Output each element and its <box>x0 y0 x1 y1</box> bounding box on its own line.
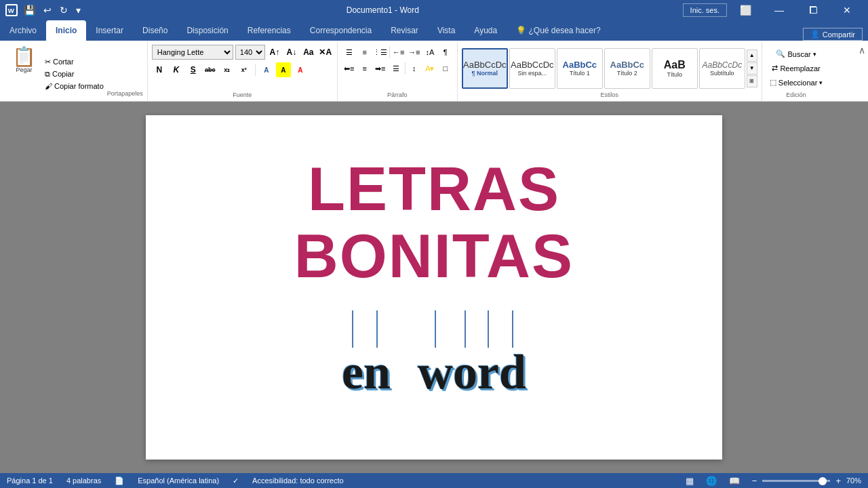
tab-search[interactable]: 💡 ¿Qué desea hacer? <box>507 20 610 41</box>
page-info: Página 1 de 1 <box>7 476 53 485</box>
align-left-button[interactable]: ⬅≡ <box>342 61 357 76</box>
read-mode-button[interactable]: 📖 <box>726 475 743 487</box>
borders-button[interactable]: □ <box>438 61 453 76</box>
save-button[interactable]: 💾 <box>22 3 37 17</box>
italic-button[interactable]: K <box>169 62 184 77</box>
group-portapapeles: 📋 Pegar ✂ Cortar ⧉ Copiar 🖌 Copiar forma… <box>3 42 148 101</box>
style-normal[interactable]: AaBbCcDc ¶ Normal <box>462 48 508 89</box>
clear-format-button[interactable]: ✕A <box>318 45 333 60</box>
multilevel-list-button[interactable]: ⋮☰ <box>373 45 388 60</box>
maximize-button[interactable]: ⧠ <box>797 0 829 20</box>
underline-button[interactable]: S <box>186 62 201 77</box>
style-expand-button[interactable]: ⊞ <box>747 75 757 87</box>
ribbon-display-button[interactable]: ⬜ <box>730 0 761 20</box>
decrease-indent-button[interactable]: ←≡ <box>391 45 406 60</box>
zoom-in-button[interactable]: + <box>833 475 844 487</box>
minimize-button[interactable]: — <box>764 0 795 20</box>
style-title-preview: AaB <box>664 59 686 71</box>
tab-inicio[interactable]: Inicio <box>46 20 86 41</box>
numbering-button[interactable]: ≡ <box>357 45 372 60</box>
justify-button[interactable]: ☰ <box>389 61 403 76</box>
font-color-button[interactable]: A <box>293 62 308 77</box>
hanging-letter-e: e <box>342 310 363 396</box>
copy-button[interactable]: ⧉ Copiar <box>41 68 107 80</box>
text-highlight-button[interactable]: A <box>276 62 291 77</box>
accessibility-status: Accesibilidad: todo correcto <box>252 476 344 485</box>
collapse-ribbon-button-container: ∧ <box>859 42 865 101</box>
tab-vista[interactable]: Vista <box>428 20 465 41</box>
bullets-button[interactable]: ☰ <box>342 45 357 60</box>
replace-icon: ⇄ <box>772 64 778 73</box>
string-n <box>376 310 378 348</box>
show-formatting-button[interactable]: ¶ <box>438 45 453 60</box>
close-button[interactable]: ✕ <box>831 0 863 20</box>
superscript-button[interactable]: x² <box>237 62 252 77</box>
share-button[interactable]: 👤 Buscar Compartir <box>803 28 863 41</box>
string-w <box>435 310 436 348</box>
document-title: LETRAS BONITAS <box>200 156 668 290</box>
zoom-level: 70% <box>846 476 861 485</box>
font-shrink-button[interactable]: A↓ <box>284 45 299 60</box>
shading-button[interactable]: A▾ <box>422 61 437 76</box>
style-scroll-up-button[interactable]: ▲ <box>747 49 757 62</box>
zoom-control: − + 70% <box>749 475 861 487</box>
redo-button[interactable]: ↻ <box>58 3 70 17</box>
copy-icon: ⧉ <box>45 70 50 79</box>
search-icon: 🔍 <box>776 49 785 58</box>
web-layout-button[interactable]: 🌐 <box>703 475 719 487</box>
string-o <box>465 310 466 348</box>
tab-revisar[interactable]: Revisar <box>381 20 428 41</box>
tab-disposicion[interactable]: Disposición <box>177 20 237 41</box>
style-no-spacing[interactable]: AaBbCcDc Sin espa... <box>509 48 555 89</box>
font-grow-button[interactable]: A↑ <box>267 45 282 60</box>
word-count: 4 palabras <box>66 476 101 485</box>
search-button[interactable]: 🔍 Buscar ▾ <box>772 48 819 60</box>
style-scroll-down-button[interactable]: ▼ <box>747 62 757 75</box>
zoom-out-button[interactable]: − <box>749 475 760 487</box>
increase-indent-button[interactable]: →≡ <box>407 45 422 60</box>
tab-ayuda[interactable]: Ayuda <box>465 20 507 41</box>
strikethrough-button[interactable]: abc <box>203 62 218 77</box>
zoom-slider[interactable] <box>762 480 830 482</box>
signin-button[interactable]: Inic. ses. <box>683 3 727 17</box>
undo-button[interactable]: ↩ <box>41 3 54 17</box>
style-heading1[interactable]: AaBbCc Título 1 <box>557 48 603 89</box>
tab-correspondencia[interactable]: Correspondencia <box>300 20 381 41</box>
collapse-ribbon-button[interactable]: ∧ <box>859 45 865 56</box>
print-layout-button[interactable]: ▦ <box>683 475 696 487</box>
tab-archivo[interactable]: Archivo <box>0 20 46 41</box>
string-d <box>512 310 513 348</box>
select-button[interactable]: ⬚ Seleccionar ▾ <box>766 77 826 88</box>
tab-referencias[interactable]: Referencias <box>238 20 300 41</box>
font-size-select[interactable]: 140 <box>235 45 265 60</box>
cut-button[interactable]: ✂ Cortar <box>41 56 107 68</box>
tab-diseno[interactable]: Diseño <box>133 20 177 41</box>
quick-access-toolbar: W 💾 ↩ ↻ ▾ <box>5 3 83 17</box>
style-heading2[interactable]: AaBbCc Título 2 <box>604 48 650 89</box>
subscript-button[interactable]: x₂ <box>220 62 235 77</box>
document-container: LETRAS BONITAS e n w o <box>0 102 868 473</box>
style-normal-preview: AaBbCcDc <box>463 60 507 70</box>
font-name-select[interactable]: Hanging Lette <box>152 45 233 60</box>
align-right-button[interactable]: ➡≡ <box>373 61 388 76</box>
style-subtitle[interactable]: AaBbCcDc Subtítulo <box>699 48 745 89</box>
sort-button[interactable]: ↕A <box>422 45 437 60</box>
customize-qat-button[interactable]: ▾ <box>74 3 83 17</box>
scissors-icon: ✂ <box>45 58 51 66</box>
align-center-button[interactable]: ≡ <box>357 61 372 76</box>
line-spacing-button[interactable]: ↕ <box>407 61 422 76</box>
paste-button[interactable]: 📋 Pegar <box>7 45 41 76</box>
list-row: ☰ ≡ ⋮☰ ←≡ →≡ ↕A ¶ <box>342 45 453 60</box>
group-parrafo: ☰ ≡ ⋮☰ ←≡ →≡ ↕A ¶ ⬅≡ ≡ ➡≡ ☰ ↕ A▾ □ Párra… <box>338 42 458 101</box>
document-page[interactable]: LETRAS BONITAS e n w o <box>146 115 722 460</box>
group-estilos: AaBbCcDc ¶ Normal AaBbCcDc Sin espa... A… <box>458 42 762 101</box>
replace-button[interactable]: ⇄ Reemplazar <box>768 62 823 74</box>
bold-button[interactable]: N <box>152 62 167 77</box>
tab-insertar[interactable]: Insertar <box>86 20 133 41</box>
format-copy-button[interactable]: 🖌 Copiar formato <box>41 81 107 92</box>
style-heading2-preview: AaBbCc <box>610 60 645 70</box>
change-case-button[interactable]: Aa <box>301 45 316 60</box>
hanging-letter-n: n <box>363 310 391 396</box>
text-effect-button[interactable]: A <box>259 62 274 77</box>
style-title[interactable]: AaB Título <box>652 48 698 89</box>
